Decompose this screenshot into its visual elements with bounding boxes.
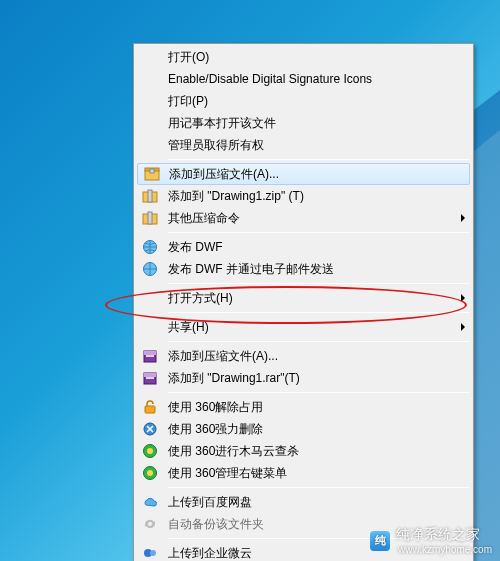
menu-item-publish-dwf-email[interactable]: 发布 DWF 并通过电子邮件发送 — [136, 258, 471, 280]
svg-point-18 — [147, 448, 153, 454]
menu-label: Enable/Disable Digital Signature Icons — [168, 72, 372, 86]
menu-label: 上传到百度网盘 — [168, 494, 252, 511]
menu-label: 打印(P) — [168, 93, 208, 110]
winrar-icon — [142, 348, 158, 364]
menu-label: 添加到 "Drawing1.rar"(T) — [168, 370, 300, 387]
menu-separator — [168, 159, 469, 160]
menu-separator — [168, 341, 469, 342]
menu-label: 添加到压缩文件(A)... — [169, 166, 279, 183]
context-menu: 打开(O) Enable/Disable Digital Signature I… — [133, 43, 474, 561]
menu-separator — [168, 392, 469, 393]
svg-point-22 — [150, 550, 156, 556]
menu-separator — [168, 283, 469, 284]
delete-icon — [142, 421, 158, 437]
menu-separator — [168, 232, 469, 233]
menu-item-winrar-add[interactable]: 添加到压缩文件(A)... — [136, 345, 471, 367]
menu-label: 使用 360强力删除 — [168, 421, 263, 438]
svg-rect-11 — [146, 355, 154, 357]
submenu-arrow-icon — [461, 294, 465, 302]
menu-label: 添加到压缩文件(A)... — [168, 348, 278, 365]
menu-item-360-unlock[interactable]: 使用 360解除占用 — [136, 396, 471, 418]
menu-item-open-with-notepad[interactable]: 用记事本打开该文件 — [136, 112, 471, 134]
svg-rect-4 — [148, 190, 152, 202]
menu-label: 使用 360解除占用 — [168, 399, 263, 416]
zip-icon — [142, 210, 158, 226]
svg-rect-15 — [145, 406, 155, 413]
watermark-title: 纯净系统之家 — [396, 526, 492, 544]
menu-separator — [168, 487, 469, 488]
menu-item-other-compress[interactable]: 其他压缩命令 — [136, 207, 471, 229]
menu-item-signature[interactable]: Enable/Disable Digital Signature Icons — [136, 68, 471, 90]
archive-icon — [144, 166, 160, 182]
menu-item-360-force-delete[interactable]: 使用 360强力删除 — [136, 418, 471, 440]
svg-rect-10 — [144, 351, 156, 355]
submenu-arrow-icon — [461, 214, 465, 222]
menu-label: 共享(H) — [168, 319, 209, 336]
menu-label: 用记事本打开该文件 — [168, 115, 276, 132]
menu-separator — [168, 312, 469, 313]
menu-label: 上传到企业微云 — [168, 545, 252, 562]
menu-item-360-manage-menu[interactable]: 使用 360管理右键菜单 — [136, 462, 471, 484]
winrar-icon — [142, 370, 158, 386]
menu-label: 发布 DWF 并通过电子邮件发送 — [168, 261, 334, 278]
menu-item-add-to-archive[interactable]: 添加到压缩文件(A)... — [137, 163, 470, 185]
menu-item-upload-baidu[interactable]: 上传到百度网盘 — [136, 491, 471, 513]
svg-rect-14 — [146, 377, 154, 379]
360-icon — [142, 465, 158, 481]
watermark-logo-icon: 纯 — [370, 531, 390, 551]
menu-label: 发布 DWF — [168, 239, 223, 256]
sync-icon — [142, 516, 158, 532]
menu-label: 管理员取得所有权 — [168, 137, 264, 154]
menu-label: 添加到 "Drawing1.zip" (T) — [168, 188, 304, 205]
menu-item-add-to-zip[interactable]: 添加到 "Drawing1.zip" (T) — [136, 185, 471, 207]
menu-item-share[interactable]: 共享(H) — [136, 316, 471, 338]
wecom-icon — [142, 545, 158, 561]
menu-item-360-trojan-scan[interactable]: 使用 360进行木马云查杀 — [136, 440, 471, 462]
menu-item-take-ownership[interactable]: 管理员取得所有权 — [136, 134, 471, 156]
svg-rect-2 — [150, 169, 154, 173]
menu-item-open-with[interactable]: 打开方式(H) — [136, 287, 471, 309]
globe-icon — [142, 239, 158, 255]
menu-label: 使用 360进行木马云查杀 — [168, 443, 299, 460]
baidu-cloud-icon — [142, 494, 158, 510]
svg-point-20 — [147, 470, 153, 476]
menu-item-print[interactable]: 打印(P) — [136, 90, 471, 112]
unlock-icon — [142, 399, 158, 415]
watermark: 纯 纯净系统之家 www.kzmyhome.com — [370, 526, 492, 555]
menu-item-publish-dwf[interactable]: 发布 DWF — [136, 236, 471, 258]
menu-label: 打开(O) — [168, 49, 209, 66]
svg-rect-6 — [148, 212, 152, 224]
menu-label: 自动备份该文件夹 — [168, 516, 264, 533]
svg-rect-13 — [144, 373, 156, 377]
watermark-url: www.kzmyhome.com — [398, 544, 492, 555]
zip-icon — [142, 188, 158, 204]
menu-item-open[interactable]: 打开(O) — [136, 46, 471, 68]
360-icon — [142, 443, 158, 459]
menu-label: 使用 360管理右键菜单 — [168, 465, 287, 482]
menu-item-winrar-add-rar[interactable]: 添加到 "Drawing1.rar"(T) — [136, 367, 471, 389]
menu-label: 其他压缩命令 — [168, 210, 240, 227]
menu-label: 打开方式(H) — [168, 290, 233, 307]
globe-icon — [142, 261, 158, 277]
submenu-arrow-icon — [461, 323, 465, 331]
